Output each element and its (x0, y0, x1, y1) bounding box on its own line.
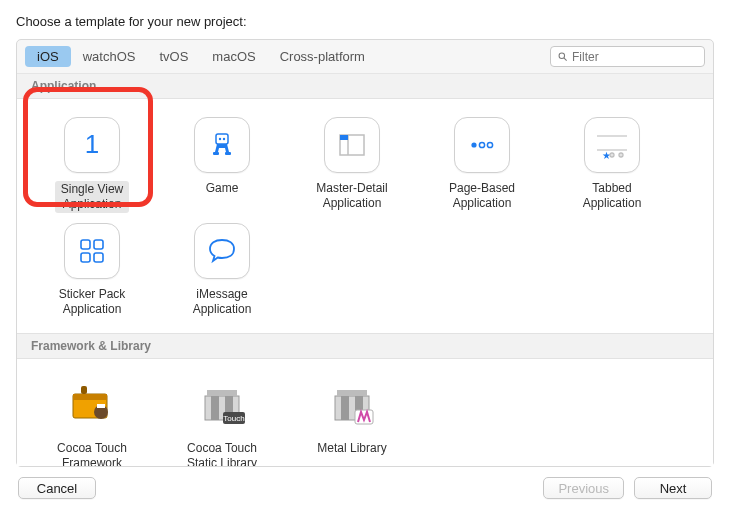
svg-rect-22 (94, 240, 103, 249)
svg-rect-24 (94, 253, 103, 262)
svg-point-13 (487, 142, 492, 147)
svg-point-0 (559, 53, 565, 59)
single-view-icon: 1 (64, 117, 120, 173)
template-label: iMessage Application (193, 287, 252, 317)
game-icon (194, 117, 250, 173)
svg-rect-6 (213, 152, 219, 155)
template-label: Sticker Pack Application (59, 287, 126, 317)
svg-line-1 (564, 58, 567, 61)
template-imessage-application[interactable]: iMessage Application (157, 219, 287, 323)
svg-rect-34 (211, 396, 219, 420)
platform-tabs: iOS watchOS tvOS macOS Cross-platform (25, 46, 377, 67)
template-label: Cocoa Touch Static Library (187, 441, 257, 466)
dialog-heading: Choose a template for your new project: (16, 14, 714, 29)
svg-rect-31 (207, 390, 217, 396)
svg-point-20 (620, 154, 622, 156)
svg-rect-39 (337, 390, 347, 396)
filter-input[interactable] (572, 50, 698, 64)
page-based-icon (454, 117, 510, 173)
grid-application: 1 Single View Application (17, 99, 713, 333)
svg-rect-27 (81, 386, 87, 394)
filter-icon (557, 51, 568, 62)
svg-rect-10 (340, 135, 348, 140)
imessage-icon (194, 223, 250, 279)
template-label: Game (206, 181, 239, 211)
template-label: Cocoa Touch Framework (57, 441, 127, 466)
tabbed-icon: ★ (584, 117, 640, 173)
svg-rect-32 (217, 390, 227, 396)
template-cocoa-touch-framework[interactable]: Cocoa Touch Framework (27, 373, 157, 466)
filter-field-wrap[interactable] (550, 46, 705, 67)
template-label: Metal Library (317, 441, 386, 466)
svg-rect-29 (97, 404, 105, 408)
template-label: Page-Based Application (449, 181, 515, 211)
template-panel: iOS watchOS tvOS macOS Cross-platform Ap… (16, 39, 714, 467)
topbar: iOS watchOS tvOS macOS Cross-platform (17, 40, 713, 74)
template-game[interactable]: Game (157, 113, 287, 219)
dialog-footer: Cancel Previous Next (16, 467, 714, 499)
template-label: Master-Detail Application (316, 181, 387, 211)
svg-rect-42 (341, 396, 349, 420)
tab-watchos[interactable]: watchOS (71, 46, 148, 67)
template-label: Single View Application (55, 181, 129, 213)
template-page-based-application[interactable]: Page-Based Application (417, 113, 547, 219)
tab-tvos[interactable]: tvOS (147, 46, 200, 67)
svg-rect-40 (347, 390, 357, 396)
grid-framework: Cocoa Touch Framework Touch (17, 359, 713, 466)
tab-crossplatform[interactable]: Cross-platform (268, 46, 377, 67)
template-cocoa-touch-static-library[interactable]: Touch Cocoa Touch Static Library (157, 373, 287, 466)
tab-macos[interactable]: macOS (200, 46, 267, 67)
svg-point-5 (223, 138, 225, 140)
template-master-detail-application[interactable]: Master-Detail Application (287, 113, 417, 219)
sticker-pack-icon (64, 223, 120, 279)
svg-rect-26 (73, 394, 107, 400)
svg-rect-21 (81, 240, 90, 249)
next-button[interactable]: Next (634, 477, 712, 499)
svg-rect-7 (225, 152, 231, 155)
cancel-button[interactable]: Cancel (18, 477, 96, 499)
svg-point-12 (479, 142, 484, 147)
framework-icon (64, 377, 120, 433)
svg-rect-33 (227, 390, 237, 396)
template-sticker-pack-application[interactable]: Sticker Pack Application (27, 219, 157, 323)
template-tabbed-application[interactable]: ★ Tabbed Application (547, 113, 677, 219)
tab-ios[interactable]: iOS (25, 46, 71, 67)
svg-rect-23 (81, 253, 90, 262)
template-single-view-application[interactable]: 1 Single View Application (27, 113, 157, 219)
svg-rect-41 (357, 390, 367, 396)
static-library-icon: Touch (194, 377, 250, 433)
svg-rect-3 (216, 134, 228, 144)
section-header-framework: Framework & Library (17, 333, 713, 359)
svg-text:1: 1 (85, 131, 99, 159)
svg-point-18 (611, 154, 613, 156)
svg-point-4 (219, 138, 221, 140)
previous-button: Previous (543, 477, 624, 499)
metal-library-icon (324, 377, 380, 433)
template-metal-library[interactable]: Metal Library (287, 373, 417, 466)
section-header-application: Application (17, 74, 713, 99)
master-detail-icon (324, 117, 380, 173)
svg-text:Touch: Touch (223, 414, 244, 423)
template-label: Tabbed Application (583, 181, 642, 211)
svg-point-11 (471, 142, 476, 147)
template-scroll-area[interactable]: Application 1 Single View Application (17, 74, 713, 466)
